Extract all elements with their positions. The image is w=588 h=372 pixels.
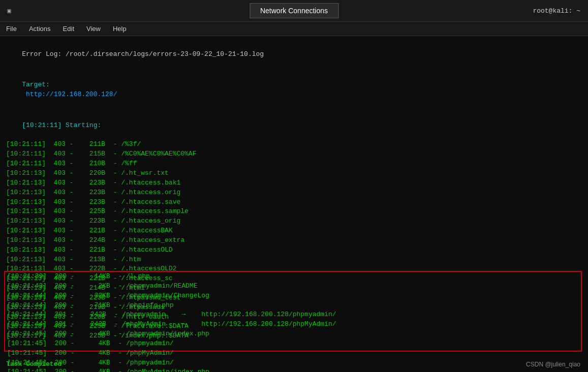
log-line: [10:21:11] 403 - 210B - /%ff [6,159,582,169]
window-icon: ▣ [4,6,14,16]
log-line: [10:21:13] 403 - 223B - /.htaccess_orig [6,216,582,226]
network-connections-popup: Network Connections [250,3,338,18]
highlight-line: [10:21:39] 200 - 14KB - /l.php [7,272,579,282]
log-line: [10:21:13] 403 - 221B - /.htaccessBAK [6,226,582,236]
log-line: [10:21:11] 403 - 211B - /%3f/ [6,140,582,149]
highlight-line: [10:21:44] 200 - 32KB - /phpmyadmin/Chan… [7,291,579,301]
menu-help[interactable]: Help [111,24,129,34]
target-label: Target: [22,81,50,88]
log-line: [10:21:13] 403 - 221B - /.htaccessOLD [6,245,582,255]
highlighted-results-box: [10:21:39] 200 - 14KB - /l.php [10:21:43… [4,271,582,352]
log-line: [10:21:13] 403 - 213B - /.htm [6,255,582,265]
menu-file[interactable]: File [4,24,19,34]
task-completed: Task Completed [6,360,61,368]
log-line: [10:21:13] 403 - 223B - /.htaccess.save [6,198,582,207]
menu-actions[interactable]: Actions [27,24,53,34]
highlight-line: [10:21:44] 301 - 242B - /phpMyAdmin → ht… [7,320,579,329]
highlight-line: [10:21:45] 200 - 4KB - /phpmyadmin/ [7,339,579,349]
highlight-line: [10:21:45] 200 - 4KB - /phpmyadmin/ [7,358,579,368]
terminal: Error Log: /root/.dirsearch/logs/errors-… [0,36,588,372]
log-line: [10:21:13] 403 - 223B - /.htaccess.bak1 [6,178,582,188]
menu-edit[interactable]: Edit [61,24,76,34]
log-line: [10:21:13] 403 - 225B - /.htaccess.sampl… [6,207,582,216]
target-url [22,90,26,98]
title-bar: ▣ Network Connections root@kali: ~ [0,0,588,22]
highlight-line: [10:21:45] 200 - 4KB - /phpMyAdmin/index… [7,367,579,372]
log-line: [10:21:11] 403 - 215B - /%C0%AE%C0%AE%C0… [6,149,582,159]
log-line: [10:21:13] 403 - 220B - /.ht_wsr.txt [6,169,582,178]
log-line: [10:21:13] 403 - 224B - /.htaccess_extra [6,236,582,245]
error-log-line: Error Log: /root/.dirsearch/logs/errors-… [6,40,582,69]
highlight-line: [10:21:45] 200 - 4KB - /phpmyadmin/index… [7,329,579,339]
menu-bar: File Actions Edit View Help [0,22,588,36]
highlight-line: [10:21:44] 301 - 242B - /phpmyadmin → ht… [7,310,579,320]
menu-view[interactable]: View [84,24,103,34]
highlight-line: [10:21:45] 200 - 4KB - /phpMyAdmin/ [7,349,579,358]
highlight-line: [10:21:43] 200 - 2KB - /phpmyadmin/READM… [7,282,579,291]
target-line: Target: http://192.168.200.128/ [6,71,582,109]
start-line: [10:21:11] Starting: [6,111,582,140]
root-info: root@kali: ~ [533,7,580,15]
highlight-line: [10:21:44] 200 - 71KB - /phpinfo.php [7,301,579,311]
watermark: CSDN @julien_qiao [526,361,580,368]
log-line: [10:21:13] 403 - 223B - /.htaccess.orig [6,188,582,198]
